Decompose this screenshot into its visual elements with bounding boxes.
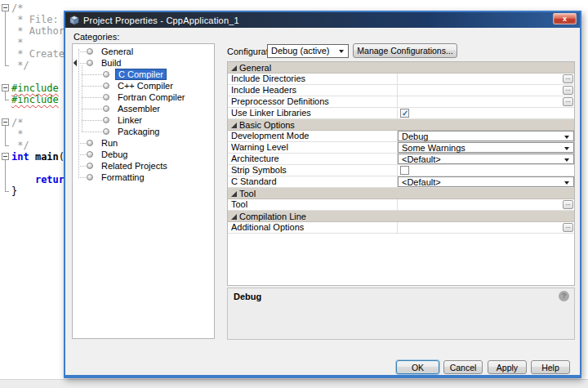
close-icon[interactable]: x xyxy=(553,13,577,25)
code-line xyxy=(11,71,65,83)
section-label: Compilation Line xyxy=(239,211,306,221)
code-line: * xyxy=(11,37,65,48)
tree-expanded-icon[interactable] xyxy=(74,60,80,66)
property-value[interactable]: <Default> xyxy=(398,176,574,187)
manage-configurations-button[interactable]: Manage Configurations... xyxy=(353,43,457,58)
browse-button[interactable]: ... xyxy=(563,86,573,95)
code-token: /* xyxy=(11,117,23,128)
tree-item-label: General xyxy=(99,46,136,57)
property-row-include-directories: Include Directories... xyxy=(228,74,574,85)
property-row-tool: Tool... xyxy=(228,199,574,211)
code-token: retur xyxy=(35,174,65,185)
dropdown-value: <Default> xyxy=(402,154,441,164)
property-value[interactable] xyxy=(398,108,574,118)
property-label: Include Directories xyxy=(228,74,398,84)
tree-item-label: Build xyxy=(99,57,123,69)
help-icon[interactable]: ? xyxy=(559,291,569,301)
tree-node-icon xyxy=(103,117,109,123)
properties-table: GeneralInclude Directories...Include Hea… xyxy=(227,61,575,286)
property-value[interactable]: Some Warnings xyxy=(398,142,574,153)
tree-item-label: Debug xyxy=(99,149,130,160)
property-label: Strip Symbols xyxy=(228,165,398,176)
fold-collapse-icon[interactable] xyxy=(2,153,9,160)
browse-button[interactable]: ... xyxy=(563,74,573,83)
tree-item-linker[interactable]: Linker xyxy=(73,114,214,126)
property-value: ... xyxy=(398,85,574,96)
configuration-select[interactable]: Debug (active) xyxy=(267,44,349,58)
chevron-down-icon xyxy=(339,50,344,53)
tree-item-run[interactable]: Run xyxy=(73,137,214,149)
fold-collapse-icon[interactable] xyxy=(2,84,9,91)
section-header-tool[interactable]: Tool xyxy=(228,188,574,199)
code-line: #include xyxy=(11,83,65,94)
tree-node-icon xyxy=(87,151,93,158)
project-properties-icon xyxy=(69,16,79,25)
code-token: * xyxy=(11,37,23,48)
cancel-button[interactable]: Cancel xyxy=(443,360,483,374)
code-line: /* xyxy=(11,2,65,14)
code-line: * Create xyxy=(11,48,65,60)
property-value: ... xyxy=(398,199,574,210)
tree-item-c-compiler[interactable]: C Compiler xyxy=(73,69,214,80)
code-line xyxy=(11,163,65,174)
tree-node-icon xyxy=(87,140,93,146)
section-label: Basic Options xyxy=(239,119,295,130)
tree-item-c-compiler[interactable]: C++ Compiler xyxy=(73,80,214,91)
tree-item-packaging[interactable]: Packaging xyxy=(73,126,214,137)
dropdown-value: <Default> xyxy=(402,177,441,187)
section-header-compilation-line[interactable]: Compilation Line xyxy=(228,211,574,222)
property-value[interactable] xyxy=(398,165,574,176)
code-token: * Create xyxy=(11,48,65,60)
dialog-content: Categories: GeneralBuildC CompilerC++ Co… xyxy=(65,28,580,377)
description-panel: Debug ? xyxy=(227,288,575,340)
tree-item-related-projects[interactable]: Related Projects xyxy=(73,160,214,172)
ok-button[interactable]: OK xyxy=(396,360,439,374)
property-value[interactable]: Debug xyxy=(398,131,574,141)
section-label: Tool xyxy=(239,188,256,198)
property-value: ... xyxy=(398,74,574,84)
property-row-use-linker-libraries: Use Linker Libraries xyxy=(228,108,574,119)
project-properties-dialog: Project Properties - CppApplication_1 x … xyxy=(64,11,581,378)
section-expanded-icon xyxy=(231,65,237,71)
tree-item-assembler[interactable]: Assembler xyxy=(73,103,214,114)
property-value[interactable]: <Default> xyxy=(398,154,574,164)
checkbox-unchecked[interactable] xyxy=(400,166,409,175)
code-token: } xyxy=(11,185,17,197)
tree-node-icon xyxy=(103,71,109,78)
help-button[interactable]: Help xyxy=(531,360,570,374)
browse-button[interactable]: ... xyxy=(563,200,573,209)
tree-item-debug[interactable]: Debug xyxy=(73,149,214,160)
section-header-general[interactable]: General xyxy=(228,62,574,74)
tree-node-icon xyxy=(103,128,109,135)
section-expanded-icon xyxy=(231,191,237,197)
tree-node-icon xyxy=(103,83,109,89)
section-header-basic-options[interactable]: Basic Options xyxy=(228,119,574,131)
checkbox-checked[interactable] xyxy=(400,109,409,118)
tree-item-build[interactable]: Build xyxy=(73,57,214,69)
property-label: Preprocessor Definitions xyxy=(228,96,398,107)
code-line: * File: xyxy=(11,14,65,25)
fold-collapse-icon[interactable] xyxy=(2,118,9,126)
property-label: Warning Level xyxy=(228,142,398,153)
code-token: main xyxy=(35,151,59,163)
tree-item-label: Run xyxy=(99,137,120,149)
categories-tree[interactable]: GeneralBuildC CompilerC++ CompilerFortra… xyxy=(72,43,215,339)
code-token: #include xyxy=(11,94,59,105)
code-token: * File: xyxy=(11,14,59,25)
tree-item-label: Formatting xyxy=(99,172,147,183)
browse-button[interactable]: ... xyxy=(563,223,573,232)
tree-item-fortran-compiler[interactable]: Fortran Compiler xyxy=(73,91,214,103)
dialog-titlebar[interactable]: Project Properties - CppApplication_1 x xyxy=(65,12,580,28)
section-expanded-icon xyxy=(231,214,237,220)
property-label: Include Headers xyxy=(228,85,398,96)
chevron-down-icon xyxy=(564,158,569,162)
fold-collapse-icon[interactable] xyxy=(2,4,9,11)
tree-item-general[interactable]: General xyxy=(73,46,214,57)
browse-button[interactable]: ... xyxy=(563,97,573,106)
apply-button[interactable]: Apply xyxy=(488,360,527,374)
dropdown-value: Debug xyxy=(402,132,428,141)
fold-range-line xyxy=(5,91,9,100)
tree-node-icon xyxy=(87,60,93,66)
background-strip xyxy=(0,379,588,388)
tree-item-formatting[interactable]: Formatting xyxy=(73,172,214,183)
